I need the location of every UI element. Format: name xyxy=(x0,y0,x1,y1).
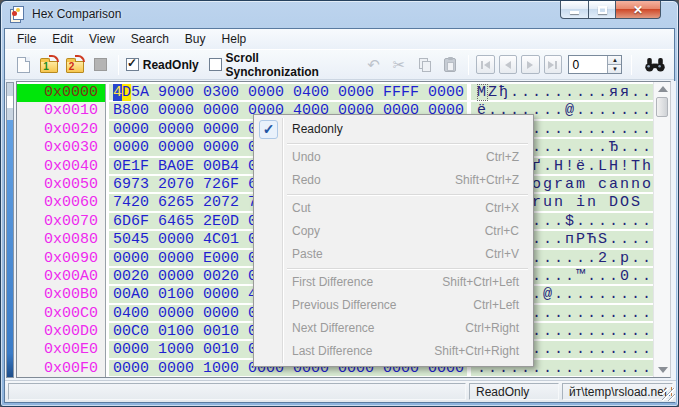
scroll-sync-checkbox[interactable] xyxy=(209,58,222,71)
status-file-path: йт\temp\rsload.net.HexComparison40\Keyge… xyxy=(562,383,673,400)
menu-item-previous-difference: Previous DifferenceCtrl+Left xyxy=(256,294,531,317)
cursor-high-nibble[interactable]: 4 xyxy=(113,84,122,101)
open-file1-icon: 1 xyxy=(40,61,58,73)
toolbar-separator xyxy=(118,55,119,75)
address-cell: 0x00C0 xyxy=(17,305,106,323)
menu-item-shortcut: Ctrl+Right xyxy=(465,317,519,340)
close-button[interactable]: ✕ xyxy=(616,1,661,19)
open-file2-icon: 2 xyxy=(66,61,84,73)
menu-separator xyxy=(287,268,528,269)
status-empty-panel xyxy=(8,383,466,400)
menu-item-next-difference: Next DifferenceCtrl+Right xyxy=(256,317,531,340)
menu-item-copy: CopyCtrl+C xyxy=(256,220,531,243)
spin-up-icon[interactable]: ▲ xyxy=(608,56,621,65)
title-bar[interactable]: Hex Comparison ✕ xyxy=(1,1,678,28)
menu-separator xyxy=(287,143,528,144)
minimize-button[interactable] xyxy=(560,1,589,19)
address-cell: 0x00A0 xyxy=(17,268,106,286)
vertical-scrollbar[interactable] xyxy=(653,82,670,377)
menu-item-cut: CutCtrl+X xyxy=(256,197,531,220)
menu-item-readonly[interactable]: ✓Readonly xyxy=(256,118,531,141)
menu-item-shortcut: Shift+Ctrl+Right xyxy=(434,340,519,363)
address-cell: 0x0080 xyxy=(17,231,106,249)
ascii-cell[interactable]: MZђ.........яя.. xyxy=(471,84,653,102)
address-cell: 0x0050 xyxy=(17,176,106,194)
scroll-sync-label[interactable]: Scroll Synchronization xyxy=(226,51,353,79)
menu-item-label: Cut xyxy=(292,197,485,220)
paste-button xyxy=(438,53,462,77)
cut-button: ✂ xyxy=(387,53,411,77)
menu-file[interactable]: File xyxy=(9,30,44,48)
address-cell: 0x0030 xyxy=(17,139,106,157)
menu-item-label: Readonly xyxy=(292,118,519,141)
context-menu: ✓ReadonlyUndoCtrl+ZRedoShift+Ctrl+ZCutCt… xyxy=(253,114,534,367)
menu-item-shortcut: Ctrl+Left xyxy=(473,294,519,317)
undo-button: ↶ xyxy=(362,53,386,77)
stop-icon xyxy=(94,58,107,71)
menu-edit[interactable]: Edit xyxy=(44,30,81,48)
hex-row: 0x00004D5A 9000 0300 0000 0400 0000 FFFF… xyxy=(17,84,653,102)
address-cell: 0x0070 xyxy=(17,213,106,231)
open-file1-button[interactable]: 1 xyxy=(38,53,62,77)
last-difference-icon xyxy=(548,61,554,69)
menu-item-label: Previous Difference xyxy=(292,294,473,317)
address-cell: 0x00B0 xyxy=(17,286,106,304)
first-difference-icon xyxy=(481,61,483,69)
readonly-checkbox[interactable]: ✓ xyxy=(126,58,139,71)
scroll-down-icon[interactable] xyxy=(658,367,668,373)
new-file-button[interactable] xyxy=(12,53,36,77)
goto-offset-input[interactable] xyxy=(569,56,607,73)
next-difference-icon xyxy=(527,61,533,69)
menu-item-first-difference: First DifferenceShift+Ctrl+Left xyxy=(256,271,531,294)
copy-button xyxy=(413,53,437,77)
menu-view[interactable]: View xyxy=(81,30,123,48)
previous-difference-icon xyxy=(505,61,511,69)
window-title: Hex Comparison xyxy=(32,1,121,27)
close-icon: ✕ xyxy=(633,2,643,18)
minimize-icon xyxy=(570,11,579,14)
stop-button xyxy=(89,53,113,77)
compare-minimap-scrollbar[interactable] xyxy=(6,82,14,378)
ascii-caret[interactable]: M xyxy=(477,84,488,101)
menu-bar: File Edit View Search Buy Help xyxy=(5,29,674,49)
menu-item-label: First Difference xyxy=(292,271,442,294)
menu-item-shortcut: Ctrl+Z xyxy=(486,146,519,169)
check-icon: ✓ xyxy=(127,56,137,70)
menu-item-label: Next Difference xyxy=(292,317,465,340)
goto-offset-spinner[interactable]: ▲ ▼ xyxy=(568,55,622,74)
address-cell: 0x00F0 xyxy=(17,360,106,378)
cut-icon: ✂ xyxy=(393,56,406,74)
status-bar: ReadOnly йт\temp\rsload.net.HexCompariso… xyxy=(5,380,676,402)
maximize-icon xyxy=(598,6,607,14)
search-button[interactable] xyxy=(643,53,667,77)
app-window: Hex Comparison ✕ File Edit View Search B… xyxy=(0,0,679,407)
spin-down-icon[interactable]: ▼ xyxy=(608,65,621,73)
cursor-low-nibble[interactable]: D xyxy=(122,84,131,101)
maximize-button[interactable] xyxy=(589,1,616,19)
menu-item-shortcut: Ctrl+C xyxy=(485,220,519,243)
readonly-label[interactable]: ReadOnly xyxy=(143,58,199,72)
menu-item-undo: UndoCtrl+Z xyxy=(256,146,531,169)
resize-grip[interactable] xyxy=(662,388,675,401)
checkmark-icon: ✓ xyxy=(259,120,278,139)
menu-item-label: Copy xyxy=(292,220,485,243)
menu-buy[interactable]: Buy xyxy=(177,30,214,48)
menu-item-shortcut: Ctrl+X xyxy=(485,197,519,220)
menu-search[interactable]: Search xyxy=(123,30,177,48)
last-difference-button xyxy=(544,55,563,74)
previous-difference-button xyxy=(499,55,518,74)
menu-item-shortcut: Ctrl+V xyxy=(485,243,519,266)
first-difference-button xyxy=(476,55,495,74)
toolbar: 1 2 ✓ ReadOnly Scroll Synchronization ↶ … xyxy=(5,49,674,80)
hex-cell[interactable]: 4D5A 9000 0300 0000 0400 0000 FFFF 0000 xyxy=(109,84,467,102)
address-cell: 0x0000 xyxy=(17,84,106,102)
app-icon xyxy=(10,6,26,22)
menu-help[interactable]: Help xyxy=(214,30,255,48)
menu-item-label: Paste xyxy=(292,243,485,266)
scrollbar-thumb[interactable] xyxy=(656,97,668,117)
address-cell: 0x00D0 xyxy=(17,323,106,341)
open-file2-button[interactable]: 2 xyxy=(63,53,87,77)
scroll-up-icon[interactable] xyxy=(658,86,668,92)
binoculars-search-icon xyxy=(644,57,666,72)
address-cell: 0x0060 xyxy=(17,194,106,212)
